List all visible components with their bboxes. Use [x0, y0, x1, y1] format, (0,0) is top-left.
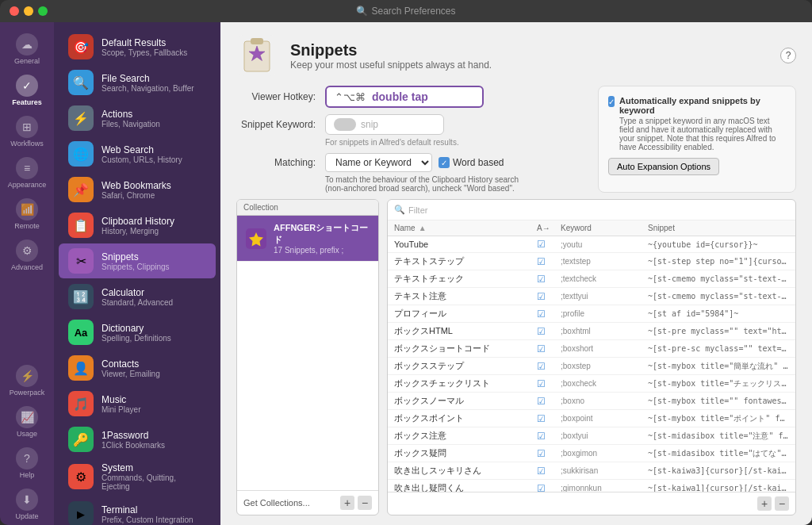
viewer-hotkey-field[interactable]: ⌃⌥⌘ double tap	[325, 86, 484, 108]
snippet-enabled[interactable]: ☑	[537, 396, 561, 407]
collection-add-button[interactable]: +	[340, 496, 354, 510]
auto-expand-text-block: Automatically expand snippets by keyword…	[619, 96, 786, 151]
auto-expand-checkbox[interactable]: ✓	[608, 96, 615, 107]
sidebar-item-advanced[interactable]: ⚙ Advanced	[0, 235, 54, 276]
word-based-label: Word based	[453, 157, 504, 168]
sidebar-item-general[interactable]: ☁ General	[0, 29, 54, 70]
nav-item-file-search[interactable]: 🔍 File Search Search, Navigation, Buffer	[59, 65, 216, 100]
table-row[interactable]: 吹き出しスッキリさん ☑ ;sukkirisan ~[st-kaiwa3]{cu…	[388, 462, 795, 480]
nav-item-dictionary[interactable]: Aa Dictionary Spelling, Definitions	[59, 315, 216, 350]
snippet-preview: ~[st-pre myclass="" text="html" fontawes…	[648, 327, 789, 335]
snippet-add-button[interactable]: +	[757, 496, 772, 511]
keyword-toggle[interactable]	[334, 118, 356, 131]
snippet-enabled[interactable]: ☑	[537, 291, 561, 302]
nav-item-calculator[interactable]: 🔢 Calculator Standard, Advanced	[59, 279, 216, 314]
snippet-enabled[interactable]: ☑	[537, 256, 561, 267]
nav-item-music[interactable]: 🎵 Music Mini Player	[59, 386, 216, 421]
file-search-text: File Search Search, Navigation, Buffer	[102, 73, 194, 93]
minimize-button[interactable]	[24, 6, 33, 16]
auto-expand-panel: ✓ Automatically expand snippets by keywo…	[598, 86, 796, 193]
nav-item-1password[interactable]: 🔑 1Password 1Click Bookmarks	[59, 422, 216, 457]
table-row[interactable]: ボックス注意 ☑ ;boxtyui ~[st-midasibox title="…	[388, 427, 795, 445]
keyword-field[interactable]: snip	[325, 114, 444, 135]
collections-panel: Collection AFFNGERショートコード 1	[236, 199, 379, 515]
get-collections-button[interactable]: Get Collections...	[243, 498, 310, 508]
features-icon: ✓	[16, 75, 38, 97]
close-button[interactable]	[10, 6, 19, 16]
nav-item-system[interactable]: ⚙ System Commands, Quitting, Ejecting	[59, 458, 216, 496]
snippets-table[interactable]: Name ▲ A→ Keyword Snippet YouTube ☑ ;you…	[388, 220, 795, 492]
nav-item-web-bookmarks[interactable]: 📌 Web Bookmarks Safari, Chrome	[59, 172, 216, 207]
snippet-enabled[interactable]: ☑	[537, 466, 561, 477]
snippet-keyword: ;boxcheck	[561, 379, 648, 388]
snippet-enabled[interactable]: ☑	[537, 326, 561, 337]
main-header: Snippets Keep your most useful snippets …	[220, 22, 812, 86]
snippet-preview: ~[st-cmemo myclass="st-text-guide st-tex…	[648, 292, 789, 301]
snippet-enabled[interactable]: ☑	[537, 308, 561, 320]
clipboard-text: Clipboard History History, Merging	[102, 216, 174, 236]
nav-item-terminal[interactable]: ▶ Terminal Prefix, Custom Integration	[59, 496, 216, 525]
table-row[interactable]: 吹き出し疑問くん ☑ ;gimonnkun ~[st-kaiwa1]{curso…	[388, 480, 795, 492]
enabled-checkbox: ☑	[537, 396, 546, 407]
nav-item-actions[interactable]: ⚡ Actions Files, Navigation	[59, 101, 216, 136]
snippet-keyword: ;sukkirisan	[561, 466, 648, 475]
nav-item-snippets[interactable]: ✂ Snippets Snippets, Clippings	[59, 243, 216, 278]
table-row[interactable]: テキスト注意 ☑ ;texttyui ~[st-cmemo myclass="s…	[388, 288, 795, 305]
nav-item-web-search[interactable]: 🌐 Web Search Custom, URLs, History	[59, 136, 216, 171]
table-row[interactable]: テキストステップ ☑ ;textstep ~[st-step step_no="…	[388, 253, 795, 270]
table-row[interactable]: ボックスステップ ☑ ;boxstep ~[st-mybox title="簡単…	[388, 358, 795, 375]
sidebar-item-update[interactable]: ⬇ Update	[0, 484, 54, 525]
snippet-preview: ~[st-kaiwa3]{cursor}[/st-kaiwa3]~	[648, 466, 789, 475]
snippet-enabled[interactable]: ☑	[537, 413, 561, 424]
sidebar-item-usage[interactable]: 📈 Usage	[0, 401, 54, 443]
table-row[interactable]: プロフィール ☑ ;profile ~[st_af id="5984"]~	[388, 305, 795, 323]
snippet-name: テキストチェック	[394, 273, 537, 285]
settings-section: Viewer Hotkey: ⌃⌥⌘ double tap Snippet Ke…	[220, 86, 812, 199]
nav-item-default-results[interactable]: 🎯 Default Results Scope, Types, Fallback…	[59, 29, 216, 64]
snippet-enabled[interactable]: ☑	[537, 274, 561, 285]
table-row[interactable]: ボックスチェックリスト ☑ ;boxcheck ~[st-mybox title…	[388, 375, 795, 393]
nav-item-clipboard[interactable]: 📋 Clipboard History History, Merging	[59, 208, 216, 243]
snippet-enabled[interactable]: ☑	[537, 361, 561, 372]
maximize-button[interactable]	[38, 6, 48, 16]
table-row[interactable]: ボックスHTML ☑ ;boxhtml ~[st-pre myclass="" …	[388, 323, 795, 340]
bottom-content: Collection AFFNGERショートコード 1	[220, 199, 812, 525]
snippet-rows: YouTube ☑ ;youtu ~{youtube id={cursor}}~…	[388, 236, 795, 492]
table-row[interactable]: YouTube ☑ ;youtu ~{youtube id={cursor}}~	[388, 236, 795, 253]
matching-select[interactable]: Name or Keyword	[325, 153, 432, 172]
snippet-enabled[interactable]: ☑	[537, 343, 561, 354]
snippet-keyword: ;textcheck	[561, 274, 648, 283]
usage-icon: 📈	[16, 406, 38, 428]
sidebar-item-powerpack[interactable]: ⚡ Powerpack	[0, 360, 54, 401]
web-bookmarks-text: Web Bookmarks Safari, Chrome	[102, 180, 171, 200]
table-row[interactable]: ボックス疑問 ☑ ;boxgimon ~[st-midasibox title=…	[388, 445, 795, 462]
table-row[interactable]: ボックスポイント ☑ ;boxpoint ~[st-mybox title="ポ…	[388, 410, 795, 427]
sidebar-item-features[interactable]: ✓ Features	[0, 70, 54, 111]
nav-item-contacts[interactable]: 👤 Contacts Viewer, Emailing	[59, 351, 216, 385]
collection-remove-button[interactable]: −	[358, 496, 372, 510]
sidebar-item-remote[interactable]: 📶 Remote	[0, 194, 54, 235]
snippet-enabled[interactable]: ☑	[537, 483, 561, 492]
table-row[interactable]: ボックスノーマル ☑ ;boxno ~[st-mybox title="" fo…	[388, 393, 795, 410]
sidebar-item-help[interactable]: ? Help	[0, 443, 54, 484]
snippet-enabled[interactable]: ☑	[537, 239, 561, 250]
snippet-preview: ~[st-step step_no="1"]{cursor}[/st-step]…	[648, 257, 789, 266]
snippet-enabled[interactable]: ☑	[537, 378, 561, 389]
auto-expansion-button[interactable]: Auto Expansion Options	[608, 158, 719, 175]
help-button[interactable]: ?	[780, 48, 796, 63]
header-text: Snippets Keep your most useful snippets …	[290, 41, 492, 71]
nav-sidebar: 🎯 Default Results Scope, Types, Fallback…	[54, 22, 220, 525]
snippet-enabled[interactable]: ☑	[537, 431, 561, 442]
terminal-icon: ▶	[68, 501, 94, 525]
sidebar-item-appearance[interactable]: ≡ Appearance	[0, 152, 54, 194]
sidebar-item-workflows[interactable]: ⊞ Workflows	[0, 111, 54, 152]
viewer-hotkey-label: Viewer Hotkey:	[236, 91, 316, 102]
table-row[interactable]: テキストチェック ☑ ;textcheck ~[st-cmemo myclass…	[388, 270, 795, 288]
word-based-checkbox[interactable]: ✓	[439, 157, 450, 168]
snippet-enabled[interactable]: ☑	[537, 448, 561, 459]
search-placeholder: Search Preferences	[371, 6, 455, 17]
table-row[interactable]: ボックスショートコード ☑ ;boxshort ~[st-pre-sc mycl…	[388, 340, 795, 358]
snippet-remove-button[interactable]: −	[775, 496, 789, 511]
titlebar-search[interactable]: 🔍 Search Preferences	[356, 6, 455, 17]
collection-item[interactable]: AFFNGERショートコード 17 Snippets, prefix ;	[237, 216, 378, 262]
